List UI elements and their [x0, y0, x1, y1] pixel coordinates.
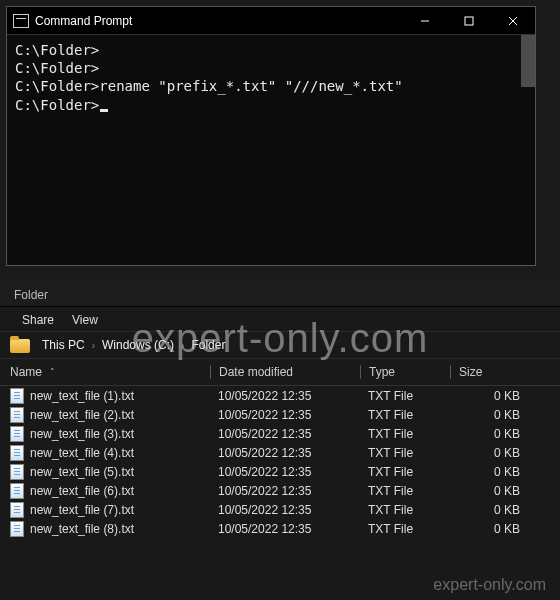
cmd-titlebar[interactable]: Command Prompt — [7, 7, 535, 35]
file-size: 0 KB — [450, 408, 530, 422]
file-size: 0 KB — [450, 503, 530, 517]
file-name: new_text_file (2).txt — [30, 408, 134, 422]
cmd-line: C:\Folder> — [15, 59, 527, 77]
column-header-date[interactable]: Date modified — [210, 365, 360, 379]
column-headers: Name ˄ Date modified Type Size — [0, 359, 560, 386]
text-file-icon — [10, 483, 24, 499]
file-name: new_text_file (8).txt — [30, 522, 134, 536]
file-date: 10/05/2022 12:35 — [210, 408, 360, 422]
file-name: new_text_file (3).txt — [30, 427, 134, 441]
tab-view[interactable]: View — [72, 313, 98, 327]
file-size: 0 KB — [450, 484, 530, 498]
cmd-line: C:\Folder> — [15, 96, 527, 114]
file-explorer: Folder Share View This PC › Windows (C:)… — [0, 280, 560, 600]
text-file-icon — [10, 407, 24, 423]
breadcrumb-item[interactable]: Windows (C:) — [98, 338, 178, 352]
minimize-button[interactable] — [403, 7, 447, 35]
file-size: 0 KB — [450, 389, 530, 403]
file-date: 10/05/2022 12:35 — [210, 484, 360, 498]
file-size: 0 KB — [450, 522, 530, 536]
file-name: new_text_file (6).txt — [30, 484, 134, 498]
file-name: new_text_file (4).txt — [30, 446, 134, 460]
file-type: TXT File — [360, 427, 450, 441]
cmd-line: C:\Folder> — [15, 41, 527, 59]
explorer-window-title: Folder — [0, 280, 560, 307]
breadcrumb-item[interactable]: This PC — [38, 338, 89, 352]
table-row[interactable]: new_text_file (6).txt10/05/2022 12:35TXT… — [0, 481, 560, 500]
table-row[interactable]: new_text_file (2).txt10/05/2022 12:35TXT… — [0, 405, 560, 424]
file-date: 10/05/2022 12:35 — [210, 389, 360, 403]
cmd-window-controls — [403, 7, 535, 35]
text-file-icon — [10, 445, 24, 461]
breadcrumb-item[interactable]: Folder — [187, 338, 229, 352]
table-row[interactable]: new_text_file (7).txt10/05/2022 12:35TXT… — [0, 500, 560, 519]
close-button[interactable] — [491, 7, 535, 35]
file-name: new_text_file (7).txt — [30, 503, 134, 517]
folder-icon — [10, 337, 30, 353]
file-type: TXT File — [360, 503, 450, 517]
chevron-right-icon: › — [178, 340, 187, 351]
table-row[interactable]: new_text_file (8).txt10/05/2022 12:35TXT… — [0, 519, 560, 538]
chevron-right-icon: › — [89, 340, 98, 351]
text-file-icon — [10, 388, 24, 404]
file-name: new_text_file (5).txt — [30, 465, 134, 479]
file-size: 0 KB — [450, 465, 530, 479]
cmd-body[interactable]: C:\Folder> C:\Folder> C:\Folder>rename "… — [7, 35, 535, 265]
text-file-icon — [10, 464, 24, 480]
file-type: TXT File — [360, 408, 450, 422]
file-type: TXT File — [360, 484, 450, 498]
file-list: new_text_file (1).txt10/05/2022 12:35TXT… — [0, 386, 560, 600]
text-file-icon — [10, 502, 24, 518]
svg-rect-1 — [465, 17, 473, 25]
file-name: new_text_file (1).txt — [30, 389, 134, 403]
table-row[interactable]: new_text_file (5).txt10/05/2022 12:35TXT… — [0, 462, 560, 481]
file-type: TXT File — [360, 389, 450, 403]
cmd-scrollbar[interactable] — [521, 35, 535, 87]
column-header-type[interactable]: Type — [360, 365, 450, 379]
text-file-icon — [10, 521, 24, 537]
cursor-icon — [100, 109, 108, 112]
table-row[interactable]: new_text_file (3).txt10/05/2022 12:35TXT… — [0, 424, 560, 443]
table-row[interactable]: new_text_file (4).txt10/05/2022 12:35TXT… — [0, 443, 560, 462]
file-date: 10/05/2022 12:35 — [210, 503, 360, 517]
explorer-breadcrumb-bar[interactable]: This PC › Windows (C:) › Folder — [0, 331, 560, 359]
file-date: 10/05/2022 12:35 — [210, 465, 360, 479]
table-row[interactable]: new_text_file (1).txt10/05/2022 12:35TXT… — [0, 386, 560, 405]
file-type: TXT File — [360, 522, 450, 536]
cmd-title: Command Prompt — [35, 14, 403, 28]
text-file-icon — [10, 426, 24, 442]
file-size: 0 KB — [450, 427, 530, 441]
maximize-button[interactable] — [447, 7, 491, 35]
explorer-ribbon-tabs: Share View — [0, 307, 560, 331]
sort-caret-icon: ˄ — [50, 367, 55, 377]
file-date: 10/05/2022 12:35 — [210, 522, 360, 536]
file-date: 10/05/2022 12:35 — [210, 427, 360, 441]
tab-share[interactable]: Share — [22, 313, 54, 327]
cmd-icon — [13, 14, 29, 28]
breadcrumb: This PC › Windows (C:) › Folder — [38, 338, 229, 352]
column-header-size[interactable]: Size — [450, 365, 530, 379]
command-prompt-window: Command Prompt C:\Folder> C:\Folder> C:\… — [6, 6, 536, 266]
file-date: 10/05/2022 12:35 — [210, 446, 360, 460]
column-header-name[interactable]: Name ˄ — [10, 365, 210, 379]
file-size: 0 KB — [450, 446, 530, 460]
file-type: TXT File — [360, 465, 450, 479]
cmd-line: C:\Folder>rename "prefix_*.txt" "///new_… — [15, 77, 527, 95]
file-type: TXT File — [360, 446, 450, 460]
